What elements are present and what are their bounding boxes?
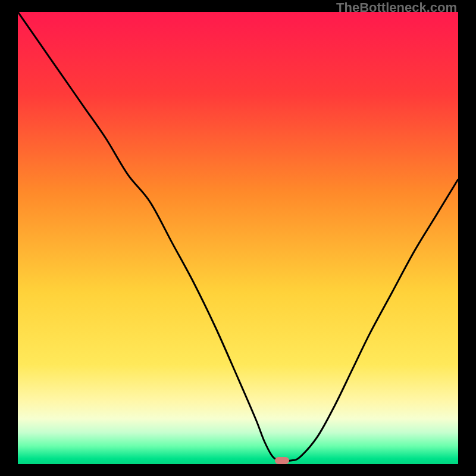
bottleneck-curve	[18, 12, 458, 461]
optimal-point-marker	[275, 457, 289, 464]
curve-layer	[18, 12, 458, 464]
chart-frame: TheBottleneck.com	[0, 0, 476, 476]
plot-area	[18, 12, 458, 464]
